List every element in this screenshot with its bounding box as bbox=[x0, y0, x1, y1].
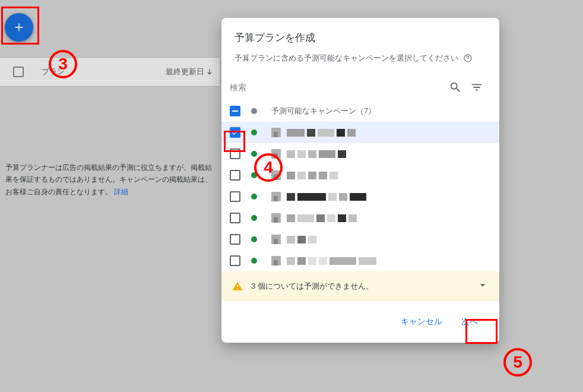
expand-warning[interactable] bbox=[477, 279, 489, 293]
campaign-name-redacted bbox=[287, 129, 356, 137]
status-dot-icon bbox=[251, 108, 257, 114]
status-dot-icon bbox=[251, 236, 257, 242]
create-plan-fab[interactable] bbox=[5, 13, 33, 42]
col-date-sort[interactable]: 最終更新日 bbox=[166, 67, 214, 77]
group-label: 予測可能なキャンペーン（7） bbox=[271, 106, 376, 116]
campaign-type-icon bbox=[271, 256, 281, 265]
campaign-row[interactable] bbox=[221, 165, 499, 186]
campaign-group-row[interactable]: 予測可能なキャンペーン（7） bbox=[221, 100, 499, 122]
campaign-checkbox[interactable] bbox=[230, 255, 240, 266]
group-checkbox-indeterminate[interactable] bbox=[230, 106, 240, 116]
create-budget-plan-dialog: 予算プランを作成 予算プランに含める予測可能なキャンペーンを選択してください 予… bbox=[221, 18, 499, 343]
select-all-checkbox[interactable] bbox=[13, 67, 24, 77]
dialog-subtitle: 予算プランに含める予測可能なキャンペーンを選択してください bbox=[235, 53, 458, 64]
svg-point-1 bbox=[467, 60, 468, 61]
campaign-type-icon bbox=[271, 170, 281, 180]
campaign-row[interactable] bbox=[221, 207, 499, 229]
campaign-row[interactable] bbox=[221, 250, 499, 271]
campaign-checkbox[interactable] bbox=[230, 213, 240, 223]
campaign-row[interactable] bbox=[221, 143, 499, 165]
campaign-name-redacted bbox=[287, 150, 346, 158]
campaign-name-redacted bbox=[287, 172, 338, 179]
help-icon[interactable] bbox=[463, 53, 473, 63]
status-dot-icon bbox=[251, 129, 257, 135]
col-date-label: 最終更新日 bbox=[166, 67, 204, 77]
campaign-name-redacted bbox=[287, 257, 376, 265]
warning-text: 3 個については予測ができません。 bbox=[251, 281, 477, 292]
status-dot-icon bbox=[251, 172, 257, 178]
campaign-row[interactable] bbox=[221, 122, 499, 143]
campaign-name-redacted bbox=[287, 193, 366, 201]
chevron-down-icon bbox=[477, 279, 489, 291]
campaign-type-icon bbox=[271, 149, 281, 159]
campaign-row[interactable] bbox=[221, 186, 499, 207]
disclaimer-text: 予算プランナーは広告の掲載結果の予測に役立ちますが、掲載結果を保証するものではあ… bbox=[5, 162, 218, 198]
cancel-button[interactable]: キャンセル bbox=[394, 312, 449, 332]
campaign-name-redacted bbox=[287, 214, 357, 222]
col-plan-label: プラン bbox=[42, 67, 65, 77]
campaign-type-icon bbox=[271, 235, 281, 244]
status-dot-icon bbox=[251, 151, 257, 157]
dialog-title: 予算プランを作成 bbox=[235, 31, 486, 45]
campaign-search-input[interactable] bbox=[230, 79, 445, 96]
campaign-type-icon bbox=[271, 192, 281, 201]
search-button[interactable] bbox=[445, 77, 466, 98]
status-dot-icon bbox=[251, 258, 257, 264]
campaign-checkbox[interactable] bbox=[230, 148, 240, 159]
campaign-checkbox[interactable] bbox=[230, 234, 240, 245]
campaign-checkbox[interactable] bbox=[230, 191, 240, 202]
campaign-name-redacted bbox=[287, 236, 316, 244]
filter-icon bbox=[470, 81, 483, 94]
status-dot-icon bbox=[251, 215, 257, 221]
plan-table-header: プラン 最終更新日 bbox=[0, 57, 220, 87]
next-button[interactable]: 次へ bbox=[454, 312, 485, 332]
plus-icon bbox=[12, 21, 26, 34]
campaign-type-icon bbox=[271, 128, 281, 137]
status-dot-icon bbox=[251, 194, 257, 200]
filter-button[interactable] bbox=[466, 77, 487, 98]
search-icon bbox=[449, 81, 462, 94]
disclaimer-link[interactable]: 詳細 bbox=[114, 188, 128, 196]
campaign-row[interactable] bbox=[221, 229, 499, 250]
campaign-checkbox[interactable] bbox=[230, 170, 240, 181]
sort-desc-icon bbox=[205, 68, 214, 76]
campaign-type-icon bbox=[271, 213, 281, 223]
warning-icon bbox=[232, 281, 243, 292]
forecast-warning-bar[interactable]: 3 個については予測ができません。 bbox=[221, 271, 499, 301]
campaign-checkbox[interactable] bbox=[230, 127, 240, 138]
